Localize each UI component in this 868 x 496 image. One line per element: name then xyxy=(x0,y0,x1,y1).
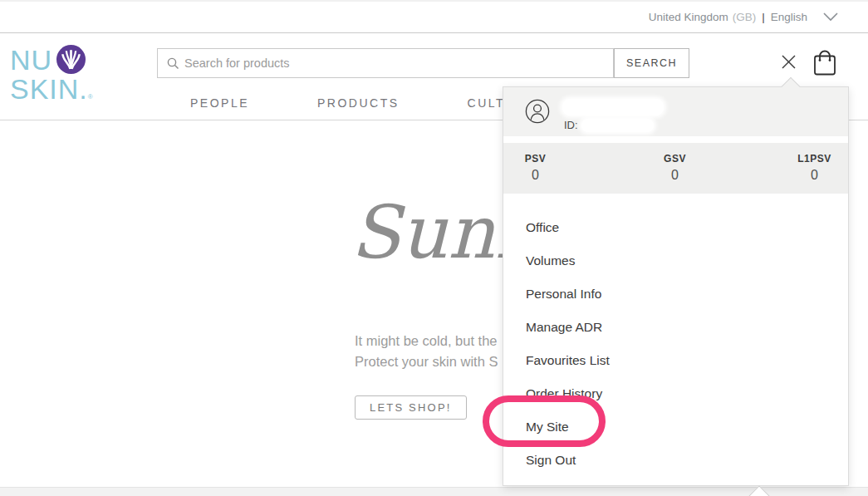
search-input[interactable] xyxy=(184,49,608,77)
account-dropdown: ID: PSV 0 GSV 0 L1PSV 0 Office Volumes P… xyxy=(503,86,849,486)
menu-item-my-site[interactable]: My Site xyxy=(503,410,848,444)
nav-item-people[interactable]: PEOPLE xyxy=(190,96,249,110)
chevron-down-icon[interactable] xyxy=(823,12,838,22)
menu-item-order-history[interactable]: Order History xyxy=(503,377,848,410)
redacted-account-name xyxy=(562,99,664,115)
logo-text-nu: NU xyxy=(10,46,52,74)
menu-item-favourites-list[interactable]: Favourites List xyxy=(503,344,848,377)
menu-item-volumes[interactable]: Volumes xyxy=(503,244,848,277)
menu-item-office[interactable]: Office xyxy=(503,211,848,244)
stat-l1psv-value: 0 xyxy=(796,168,833,183)
volume-stats: PSV 0 GSV 0 L1PSV 0 xyxy=(503,143,848,194)
stat-l1psv-label: L1PSV xyxy=(796,153,833,165)
stat-psv-value: 0 xyxy=(517,168,554,183)
region-code: (GB) xyxy=(733,11,757,23)
shopping-bag-icon[interactable] xyxy=(811,47,839,78)
logo-text-skin: SKIN. xyxy=(10,73,88,105)
stat-l1psv: L1PSV 0 xyxy=(796,153,833,194)
logo-registered-mark: ® xyxy=(88,93,93,101)
region-label: United Kingdom xyxy=(649,11,728,23)
redacted-account-id xyxy=(581,119,654,132)
hero-tagline: It might be cold, but the Protect your s… xyxy=(355,331,498,372)
search-icon xyxy=(167,57,179,70)
page-section-divider xyxy=(0,487,868,496)
stat-gsv-value: 0 xyxy=(656,168,694,183)
id-label: ID: xyxy=(564,119,578,131)
language-label: English xyxy=(771,11,807,23)
nav-item-products[interactable]: PRODUCTS xyxy=(317,96,400,110)
primary-nav: PEOPLE PRODUCTS CULTURE xyxy=(190,96,536,110)
menu-item-sign-out[interactable]: Sign Out xyxy=(503,444,848,477)
menu-item-manage-adr[interactable]: Manage ADR xyxy=(503,311,848,344)
account-header: ID: xyxy=(503,87,848,136)
menu-item-personal-info[interactable]: Personal Info xyxy=(503,277,848,311)
hero-tagline-line1: It might be cold, but the xyxy=(355,331,498,351)
page: United Kingdom (GB) | English NU xyxy=(0,0,868,496)
search-button[interactable]: SEARCH xyxy=(614,48,689,78)
locale-selector[interactable]: United Kingdom (GB) | English xyxy=(649,11,838,23)
close-icon[interactable] xyxy=(781,54,797,70)
stat-psv-label: PSV xyxy=(517,153,554,165)
fountain-logo-icon xyxy=(56,45,86,74)
stat-psv: PSV 0 xyxy=(517,153,554,194)
locale-separator: | xyxy=(762,11,765,23)
stat-gsv: GSV 0 xyxy=(656,153,694,194)
stat-gsv-label: GSV xyxy=(656,153,694,165)
account-menu-list: Office Volumes Personal Info Manage ADR … xyxy=(503,211,848,477)
hero-tagline-line2: Protect your skin with S xyxy=(355,351,498,372)
top-utility-bar: United Kingdom (GB) | English xyxy=(0,0,868,33)
search-box xyxy=(157,48,614,78)
avatar-icon xyxy=(525,99,550,124)
nuskin-logo[interactable]: NU SKIN.® xyxy=(10,46,93,103)
lets-shop-button[interactable]: LETS SHOP! xyxy=(355,395,467,420)
